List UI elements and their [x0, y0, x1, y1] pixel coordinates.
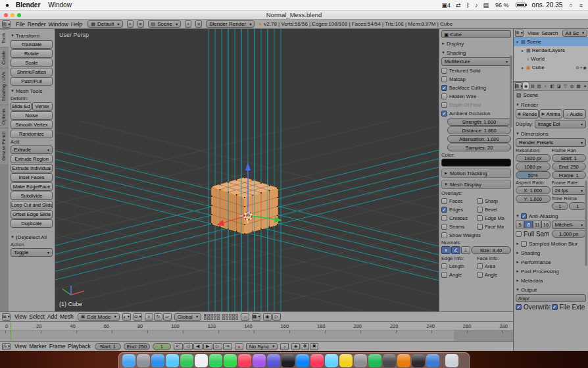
- tab-material[interactable]: ◍: [569, 82, 575, 90]
- dimensions-panel-header[interactable]: Dimensions: [516, 130, 586, 138]
- outliner-row[interactable]: ▾ ▧ Scene: [514, 38, 588, 46]
- airplay-icon[interactable]: ⇄: [456, 2, 461, 9]
- checkbox[interactable]: [441, 215, 447, 221]
- render-button[interactable]: ◉Rende: [516, 109, 539, 118]
- resolution-field[interactable]: 1920 px: [516, 154, 551, 162]
- timeline-editor[interactable]: 020406080100120140160180200220240260280: [0, 321, 513, 341]
- overlay-checkbox-row[interactable]: Seams: [441, 223, 476, 230]
- overlay-checkbox-row[interactable]: Face Ma: [477, 223, 511, 230]
- delete-keyframe-icon[interactable]: ✖: [310, 343, 318, 350]
- app-badge-icon[interactable]: ▣4: [442, 2, 451, 9]
- dock-preferences-icon[interactable]: [354, 354, 367, 367]
- ao-value-slider[interactable]: Samples: 20: [447, 144, 511, 151]
- dock-app-icon[interactable]: [325, 354, 338, 367]
- outliner-menu-item[interactable]: View: [526, 30, 540, 36]
- jump-to-end-button[interactable]: ⇥: [223, 343, 232, 350]
- tool-button[interactable]: Randomize: [11, 130, 53, 138]
- blender-logo-icon[interactable]: ●: [258, 21, 262, 27]
- checkbox[interactable]: [441, 68, 447, 74]
- tool-button[interactable]: Slide Ed: [11, 102, 32, 111]
- aa-samples-button[interactable]: 5: [516, 221, 524, 228]
- viewport-menu-item[interactable]: Select: [28, 313, 46, 320]
- frame-start-field[interactable]: Start: 1: [95, 343, 121, 350]
- viewport-3d[interactable]: User Persp (1) Cube: [55, 29, 439, 311]
- render-display-select[interactable]: Image Edi: [535, 120, 586, 128]
- tab-object[interactable]: ◧: [549, 82, 555, 90]
- shading-checkbox-row[interactable]: Textured Solid: [441, 66, 511, 74]
- toolshelf-tab[interactable]: Tools: [0, 29, 9, 47]
- sync-mode-select[interactable]: No Sync: [246, 343, 278, 350]
- checkbox[interactable]: [552, 304, 558, 310]
- checkbox[interactable]: [477, 207, 483, 213]
- window-zoom-button[interactable]: [17, 13, 21, 17]
- frame-range-field[interactable]: End: 250: [552, 163, 587, 171]
- output-checkbox-row[interactable]: File Exte: [552, 303, 587, 311]
- overlay-checkbox-row[interactable]: Edge Ma: [477, 214, 511, 222]
- toolshelf-tab[interactable]: Options: [0, 105, 9, 128]
- render-panel-header[interactable]: Render: [516, 101, 586, 109]
- item-name-field[interactable]: ▣ Cube: [441, 30, 511, 38]
- checkbox[interactable]: [441, 93, 447, 99]
- properties-scrollbar[interactable]: [585, 180, 587, 266]
- dock-blender-icon[interactable]: [397, 354, 410, 367]
- tab-render[interactable]: ◉: [523, 82, 529, 90]
- screen-layout-select[interactable]: ▦Default: [87, 20, 122, 28]
- dock-music-icon[interactable]: [238, 354, 251, 367]
- tool-button[interactable]: Scale: [11, 59, 53, 67]
- tool-button[interactable]: Smooth Vertex: [11, 120, 53, 129]
- shading-checkbox-row[interactable]: Hidden Wire: [441, 92, 511, 100]
- overlay-checkbox-row[interactable]: Sharp: [477, 197, 511, 205]
- audio-scrubbing-icon[interactable]: ♪: [280, 343, 289, 350]
- info-menu-item[interactable]: Window: [47, 21, 70, 28]
- dock-safari-icon[interactable]: [151, 354, 164, 367]
- current-frame-field[interactable]: 1: [153, 343, 171, 350]
- loop-normals-icon[interactable]: ∠: [451, 246, 460, 254]
- renderability-icon[interactable]: ◉: [583, 65, 587, 70]
- outliner-filter-select[interactable]: All Sc: [562, 30, 588, 37]
- manipulator-translate-icon[interactable]: +: [145, 313, 153, 321]
- face-normals-icon[interactable]: ⊥: [461, 246, 470, 254]
- bluetooth-icon[interactable]: ᛒ: [466, 2, 470, 9]
- face-info-checkbox-row[interactable]: Area: [477, 262, 511, 270]
- expand-icon[interactable]: ▸: [520, 65, 525, 70]
- dock-appstore-icon[interactable]: [296, 354, 309, 367]
- tab-object-data[interactable]: ▽: [562, 82, 568, 90]
- frame-range-field[interactable]: Start: 1: [552, 154, 587, 162]
- manipulator-scale-icon[interactable]: ▱: [163, 313, 172, 321]
- expand-icon[interactable]: ▾: [515, 39, 520, 44]
- next-keyframe-button[interactable]: ▷: [213, 343, 222, 350]
- normals-size-slider[interactable]: Size: 3.40: [471, 246, 511, 254]
- checkbox[interactable]: [441, 76, 447, 82]
- dock-photos-icon[interactable]: [195, 354, 208, 367]
- collapsed-panel-header[interactable]: Shading: [516, 249, 586, 257]
- edge-info-checkbox-row[interactable]: Length: [441, 262, 476, 270]
- output-path-field[interactable]: /tmp/: [516, 294, 586, 302]
- mode-select[interactable]: ▣Edit Mode: [78, 313, 120, 321]
- visibility-icon[interactable]: ⊙: [576, 65, 579, 70]
- anti-aliasing-panel-header[interactable]: Anti-Aliasing: [516, 212, 586, 220]
- info-menu-item[interactable]: Render: [26, 21, 47, 28]
- outliner-row[interactable]: ♁ World: [514, 55, 588, 63]
- display-panel-header[interactable]: Display: [441, 39, 511, 47]
- checkbox[interactable]: [441, 263, 447, 269]
- tab-modifiers[interactable]: ◪: [556, 82, 562, 90]
- tool-button[interactable]: Translate: [11, 40, 53, 49]
- checkbox[interactable]: [441, 232, 447, 238]
- snap-element-select[interactable]: ▦: [252, 313, 260, 321]
- checkbox[interactable]: [516, 231, 522, 237]
- spotlight-icon[interactable]: ○: [569, 2, 572, 9]
- aspect-field[interactable]: Y: 1.000: [516, 195, 551, 203]
- apple-menu-icon[interactable]: ●: [5, 1, 9, 9]
- tool-button[interactable]: Make Edge/Face: [11, 182, 53, 191]
- dock-news-icon[interactable]: [310, 354, 324, 367]
- mesh-display-panel-header[interactable]: Mesh Display: [441, 180, 511, 189]
- dock-launchpad-icon[interactable]: [137, 354, 150, 367]
- toolshelf-tab[interactable]: Grease Pencil: [0, 128, 9, 164]
- volume-icon[interactable]: ♪: [475, 2, 478, 9]
- dock-mail-icon[interactable]: [166, 354, 179, 367]
- render-animation-button[interactable]: ▶Anima: [539, 109, 562, 118]
- dock-facetime-icon[interactable]: [224, 354, 237, 367]
- checkbox[interactable]: [477, 263, 483, 269]
- current-frame-playhead[interactable]: [11, 322, 11, 341]
- dock-spotify-icon[interactable]: [368, 354, 381, 367]
